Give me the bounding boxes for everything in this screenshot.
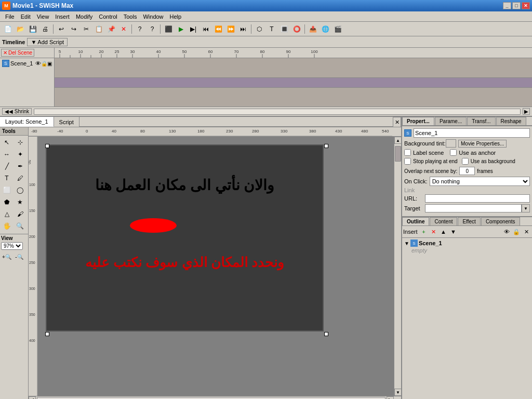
frame-icon[interactable]: ▣: [47, 61, 52, 66]
handle-tl[interactable]: [45, 144, 49, 148]
delete-button[interactable]: ✕: [118, 23, 129, 35]
outline-close-icon[interactable]: ✕: [522, 227, 531, 236]
tool-arrow[interactable]: ↖: [1, 137, 12, 148]
tool-transform[interactable]: ↔: [1, 149, 12, 160]
move-down-icon[interactable]: ▼: [449, 227, 458, 236]
label-scene-check[interactable]: [404, 149, 411, 156]
tool-fill[interactable]: △: [1, 208, 12, 220]
target-dropdown-btn[interactable]: ▼: [522, 204, 530, 212]
tab-transform[interactable]: Transf...: [467, 117, 495, 125]
insert-text[interactable]: T: [266, 23, 277, 35]
tool-star[interactable]: ★: [15, 196, 26, 208]
zoom-in-btn[interactable]: +🔍: [1, 251, 12, 262]
close-button[interactable]: ✕: [522, 2, 530, 9]
red-ellipse[interactable]: [130, 218, 177, 233]
use-bg-check[interactable]: [462, 158, 469, 165]
lock-outline-icon[interactable]: 🔒: [512, 227, 521, 236]
zoom-out-btn[interactable]: -🔍: [14, 251, 25, 262]
insert-shape[interactable]: ⬡: [254, 23, 265, 35]
handle-br[interactable]: [324, 332, 328, 336]
timeline-scrollbar[interactable]: [34, 109, 521, 115]
menu-file[interactable]: File: [2, 12, 18, 21]
url-input[interactable]: [425, 194, 530, 203]
menu-tools[interactable]: Tools: [121, 12, 140, 21]
outline-scene-item[interactable]: ▼ S Scene_1: [403, 239, 531, 247]
menu-edit[interactable]: Edit: [18, 12, 34, 21]
scroll-down-btn[interactable]: ▼: [394, 389, 401, 396]
move-up-icon[interactable]: ▲: [439, 227, 448, 236]
menu-modify[interactable]: Modify: [73, 12, 96, 21]
tool-text[interactable]: T: [1, 172, 12, 184]
step-fwd[interactable]: ⏩: [225, 23, 236, 35]
paste-button[interactable]: 📌: [105, 23, 117, 35]
scene-name-input[interactable]: [414, 128, 530, 138]
tool-brush[interactable]: 🖌: [15, 208, 26, 220]
tab-layout[interactable]: Layout: Scene_1: [0, 117, 54, 127]
tool-zoom[interactable]: 🔍: [15, 220, 26, 232]
stop-playing-check[interactable]: [404, 158, 411, 165]
scroll-right-button[interactable]: ▶: [523, 108, 530, 115]
tab-content[interactable]: Content: [430, 217, 457, 225]
scroll-up-btn[interactable]: ▲: [394, 137, 401, 144]
tab-properties[interactable]: Propert...: [402, 117, 434, 125]
tool-poly[interactable]: ⬟: [1, 196, 12, 208]
lock-icon[interactable]: 🔒: [41, 61, 47, 66]
window-controls[interactable]: _ □ ✕: [503, 2, 530, 9]
cut-button[interactable]: ✂: [81, 23, 92, 35]
canvas-viewport[interactable]: والان نأتي الى مكان العمل هنا ونحدد المك…: [38, 137, 394, 396]
tab-reshape[interactable]: Reshape: [496, 117, 526, 125]
menu-view[interactable]: View: [34, 12, 52, 21]
del-scene-button[interactable]: ✕ Del Scene: [1, 49, 34, 57]
close-panel-button[interactable]: ✕: [393, 117, 401, 127]
help-button[interactable]: ?: [134, 23, 145, 35]
redo-button[interactable]: ↪: [68, 23, 79, 35]
tab-script[interactable]: Script: [54, 117, 79, 127]
handle-tr[interactable]: [324, 144, 328, 148]
open-button[interactable]: 📂: [15, 23, 26, 35]
scene-row[interactable]: S Scene_1 👁 🔒 ▣: [0, 58, 54, 69]
movie-properties-button[interactable]: Movie Properties...: [458, 140, 507, 148]
minimize-button[interactable]: _: [503, 2, 511, 9]
rewind-button[interactable]: ⏮: [200, 23, 211, 35]
add-script-button[interactable]: ▼ Add Script: [27, 38, 68, 46]
delete-icon[interactable]: ✕: [429, 227, 438, 236]
step-back[interactable]: ⏪: [212, 23, 224, 35]
scroll-thumb-h[interactable]: [37, 397, 385, 400]
scroll-right-btn[interactable]: ▶: [387, 396, 394, 400]
test-movie[interactable]: 🎬: [332, 23, 343, 35]
export-html[interactable]: 🌐: [320, 23, 331, 35]
play-scene[interactable]: ▶|: [188, 23, 199, 35]
print-button[interactable]: 🖨: [39, 23, 51, 35]
target-input[interactable]: [425, 204, 522, 212]
scroll-left-btn[interactable]: ◀: [29, 396, 36, 400]
insert-btn[interactable]: 🔳: [278, 23, 290, 35]
menu-window[interactable]: Window: [140, 12, 166, 21]
copy-button[interactable]: 📋: [93, 23, 104, 35]
fast-fwd[interactable]: ⏭: [237, 23, 249, 35]
eye-icon[interactable]: 👁: [35, 60, 41, 66]
insert-sprite[interactable]: ⭕: [291, 23, 302, 35]
tool-line[interactable]: ╱: [1, 161, 12, 172]
shrink-button[interactable]: ◀◀ Shrink: [2, 108, 32, 115]
maximize-button[interactable]: □: [512, 2, 521, 9]
tab-effect[interactable]: Effect: [458, 217, 480, 225]
tab-components[interactable]: Components: [481, 217, 520, 225]
handle-bl[interactable]: [45, 332, 49, 336]
menu-control[interactable]: Control: [96, 12, 120, 21]
overlap-input[interactable]: [459, 167, 475, 175]
help2-button[interactable]: ?: [147, 23, 158, 35]
tab-outline[interactable]: Outline: [402, 217, 429, 225]
save-button[interactable]: 💾: [27, 23, 38, 35]
new-button[interactable]: 📄: [2, 23, 14, 35]
scroll-thumb-v[interactable]: [395, 146, 401, 162]
undo-button[interactable]: ↩: [56, 23, 67, 35]
tab-parameters[interactable]: Parame...: [435, 117, 467, 125]
scroll-track-v[interactable]: [394, 162, 401, 389]
tool-subselect[interactable]: ⊹: [15, 137, 26, 148]
menu-help[interactable]: Help: [167, 12, 185, 21]
insert-icon[interactable]: +: [419, 227, 429, 236]
tool-oval[interactable]: ◯: [15, 184, 26, 196]
play-button[interactable]: ▶: [175, 23, 187, 35]
use-anchor-check[interactable]: [450, 149, 457, 156]
stop-button[interactable]: ⬛: [163, 23, 174, 35]
